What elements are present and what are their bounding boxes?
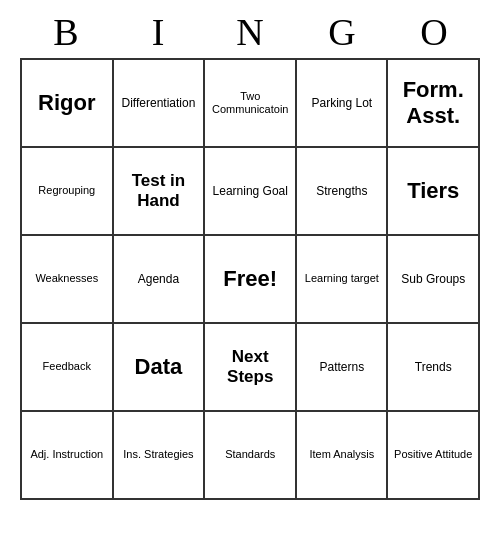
bingo-cell: Parking Lot: [296, 59, 387, 147]
bingo-cell: Standards: [204, 411, 296, 499]
bingo-cell: Adj. Instruction: [21, 411, 113, 499]
bingo-cell: Trends: [387, 323, 479, 411]
bingo-letter: B: [22, 10, 110, 54]
bingo-cell: Feedback: [21, 323, 113, 411]
bingo-grid: RigorDifferentiationTwo CommunicatoinPar…: [20, 58, 480, 500]
bingo-cell: Positive Attitude: [387, 411, 479, 499]
bingo-cell: Sub Groups: [387, 235, 479, 323]
bingo-cell: Data: [113, 323, 205, 411]
bingo-cell: Patterns: [296, 323, 387, 411]
bingo-cell: Tiers: [387, 147, 479, 235]
bingo-cell: Ins. Strategies: [113, 411, 205, 499]
bingo-cell: Learning target: [296, 235, 387, 323]
bingo-cell: Test in Hand: [113, 147, 205, 235]
bingo-cell: Regrouping: [21, 147, 113, 235]
bingo-cell: Two Communicatoin: [204, 59, 296, 147]
bingo-cell: Learning Goal: [204, 147, 296, 235]
bingo-cell: Item Analysis: [296, 411, 387, 499]
bingo-letter: I: [114, 10, 202, 54]
bingo-cell: Weaknesses: [21, 235, 113, 323]
bingo-cell: Form. Asst.: [387, 59, 479, 147]
bingo-cell: Next Steps: [204, 323, 296, 411]
bingo-letter: G: [298, 10, 386, 54]
bingo-cell: Rigor: [21, 59, 113, 147]
bingo-cell: Strengths: [296, 147, 387, 235]
bingo-cell: Free!: [204, 235, 296, 323]
bingo-cell: Agenda: [113, 235, 205, 323]
bingo-letter: N: [206, 10, 294, 54]
bingo-header: BINGO: [20, 10, 480, 54]
bingo-cell: Differentiation: [113, 59, 205, 147]
bingo-letter: O: [390, 10, 478, 54]
